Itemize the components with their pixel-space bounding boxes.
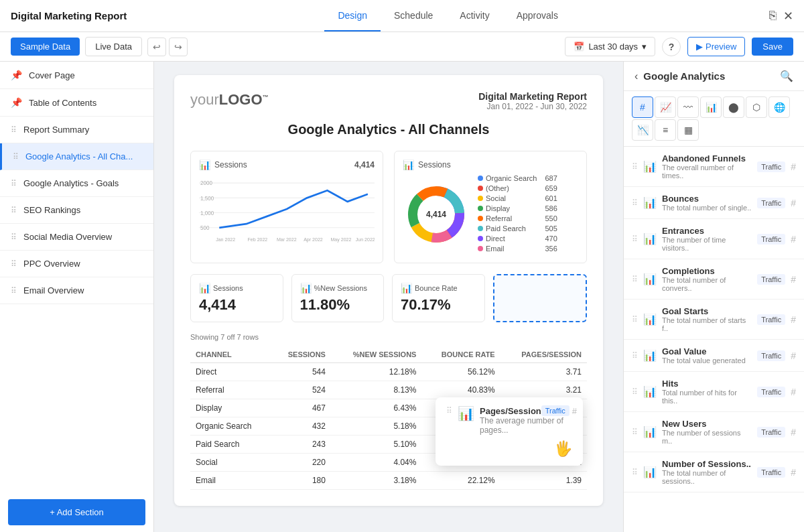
tooltip-hash-icon: # bbox=[572, 406, 577, 416]
metric-tag: Traffic bbox=[757, 387, 785, 397]
panel-title: Google Analytics bbox=[643, 70, 725, 82]
table-cell: Email bbox=[190, 472, 272, 490]
col-sessions: SESSIONS bbox=[272, 346, 331, 363]
sidebar-item-email-overview[interactable]: ⠿ Email Overview bbox=[0, 277, 153, 304]
pages-session-tooltip: ⠿ 📊 Pages/Session Traffic # The average … bbox=[436, 397, 583, 466]
table-cell: 22.12% bbox=[421, 472, 500, 490]
panel-search-button[interactable]: 🔍 bbox=[780, 70, 793, 82]
sidebar-item-google-analytics-all-channels[interactable]: ⠿ Google Analytics - All Cha... bbox=[0, 143, 153, 170]
metric-list: ⠿ 📊 Abandoned Funnels The overall number… bbox=[624, 147, 804, 492]
metric-info: Completions The total number of convers.… bbox=[662, 266, 752, 292]
metric-hash-icon[interactable]: # bbox=[791, 467, 796, 478]
line-chart: 2000 1,500 1,000 500 Jan 2022 Feb 2022 M… bbox=[199, 176, 375, 243]
metric-drag-icon: ⠿ bbox=[632, 162, 638, 172]
sidebar-item-social-media-overview[interactable]: ⠿ Social Media Overview bbox=[0, 224, 153, 251]
metric-hash-icon[interactable]: # bbox=[791, 161, 796, 172]
icon-bar-btn[interactable]: 📊 bbox=[700, 96, 722, 118]
icon-line-btn[interactable]: 📈 bbox=[655, 96, 676, 118]
metric-name: Completions bbox=[662, 266, 752, 276]
icon-wave-btn[interactable]: 〰 bbox=[677, 96, 699, 118]
svg-text:1,500: 1,500 bbox=[200, 194, 214, 201]
sidebar-item-google-analytics-goals[interactable]: ⠿ Google Analytics - Goals bbox=[0, 170, 153, 197]
hand-cursor-icon: 🖐 bbox=[446, 440, 572, 458]
live-data-button[interactable]: Live Data bbox=[85, 37, 142, 56]
preview-button[interactable]: ▶ Preview bbox=[687, 37, 745, 56]
metric-drag-icon: ⠿ bbox=[632, 468, 638, 477]
metric-hash-icon[interactable]: # bbox=[791, 427, 796, 438]
tooltip-chart-icon: 📊 bbox=[458, 405, 474, 421]
donut-chart-card: 📊 Sessions bbox=[394, 151, 587, 263]
panel-back-button[interactable]: ‹ bbox=[634, 70, 638, 82]
tooltip-title: Pages/Session bbox=[480, 406, 541, 416]
metric-chart-icon: 📊 bbox=[643, 232, 657, 245]
metric-description: The total number of starts f.. bbox=[662, 316, 752, 332]
line-chart-card: 📊 Sessions 4,414 bbox=[190, 151, 383, 263]
sidebar-item-report-summary[interactable]: ⠿ Report Summary bbox=[0, 117, 153, 143]
metric-hash-icon[interactable]: # bbox=[791, 350, 796, 361]
table-cell: 1.39 bbox=[500, 472, 587, 490]
metric-hash-icon[interactable]: # bbox=[791, 387, 796, 397]
metric-hash-icon[interactable]: # bbox=[791, 198, 796, 208]
icon-list-btn[interactable]: ≡ bbox=[655, 119, 676, 141]
drag-handle-icon: ⠿ bbox=[11, 179, 17, 188]
metric-chart-icon: 📊 bbox=[643, 160, 657, 173]
svg-text:Apr 2022: Apr 2022 bbox=[304, 236, 323, 242]
table-cell: Display bbox=[190, 399, 272, 417]
metric-item: ⠿ 📊 Bounces The total number of single..… bbox=[624, 187, 804, 219]
table-row: Direct54412.18%56.12%3.71 bbox=[190, 363, 587, 381]
close-button[interactable]: ✕ bbox=[783, 9, 793, 23]
stat-card-new-sessions: 📊%New Sessions 11.80% bbox=[291, 274, 385, 322]
table-cell: 5.18% bbox=[331, 417, 421, 436]
tab-activity[interactable]: Activity bbox=[446, 1, 503, 31]
icon-hex-btn[interactable]: ⬡ bbox=[746, 96, 767, 118]
icon-hash-btn[interactable]: # bbox=[632, 96, 653, 118]
tab-schedule[interactable]: Schedule bbox=[381, 1, 446, 31]
tab-design[interactable]: Design bbox=[324, 1, 381, 31]
svg-text:Mar 2022: Mar 2022 bbox=[277, 236, 297, 242]
tooltip-drag-icon: ⠿ bbox=[446, 406, 452, 415]
add-section-button[interactable]: + Add Section bbox=[8, 499, 145, 525]
metric-item: ⠿ 📊 Number of Sessions.. The total numbe… bbox=[624, 452, 804, 492]
col-new-sessions: %NEW SESSIONS bbox=[331, 346, 421, 363]
report-title-area: Digital Marketing Report Jan 01, 2022 - … bbox=[478, 91, 587, 111]
metric-drag-icon: ⠿ bbox=[632, 351, 638, 360]
metric-chart-icon: 📊 bbox=[643, 273, 657, 285]
sidebar-item-table-of-contents[interactable]: 📌 Table of Contents bbox=[0, 89, 153, 117]
metric-hash-icon[interactable]: # bbox=[791, 274, 796, 285]
metric-tag: Traffic bbox=[757, 467, 785, 478]
donut-chart-label: 📊 Sessions bbox=[403, 159, 578, 170]
sidebar-item-seo-rankings[interactable]: ⠿ SEO Rankings bbox=[0, 197, 153, 224]
metric-description: The number of time visitors.. bbox=[662, 236, 752, 252]
col-channel: CHANNEL bbox=[190, 346, 272, 363]
table-cell: 3.18% bbox=[331, 472, 421, 490]
metric-item: ⠿ 📊 Entrances The number of time visitor… bbox=[624, 219, 804, 259]
table-cell: 5.10% bbox=[331, 436, 421, 454]
icon-globe-btn[interactable]: 🌐 bbox=[768, 96, 790, 118]
undo-button[interactable]: ↩ bbox=[147, 38, 166, 56]
help-button[interactable]: ? bbox=[662, 38, 681, 56]
sidebar-item-cover-page[interactable]: 📌 Cover Page bbox=[0, 62, 153, 89]
sample-data-button[interactable]: Sample Data bbox=[11, 38, 80, 56]
icon-table-btn[interactable]: ▦ bbox=[677, 119, 699, 141]
metric-name: Goal Value bbox=[662, 346, 752, 356]
metric-name: Hits bbox=[662, 379, 752, 389]
share-button[interactable]: ⎘ bbox=[769, 9, 777, 23]
tooltip-description: The average number of pages... bbox=[480, 416, 577, 435]
icon-area-btn[interactable]: 📉 bbox=[632, 119, 653, 141]
table-cell: 6.43% bbox=[331, 399, 421, 417]
table-cell: 8.13% bbox=[331, 381, 421, 399]
metric-description: The total value generated bbox=[662, 356, 752, 364]
metric-tag: Traffic bbox=[757, 274, 785, 285]
date-range-button[interactable]: 📅 Last 30 days ▾ bbox=[565, 37, 655, 56]
logo-area: yourLOGO™ bbox=[190, 91, 269, 109]
save-button[interactable]: Save bbox=[752, 38, 793, 56]
table-row-info: Showing 7 off 7 rows bbox=[190, 333, 587, 341]
sidebar-item-ppc-overview[interactable]: ⠿ PPC Overview bbox=[0, 251, 153, 277]
tab-approvals[interactable]: Approvals bbox=[503, 1, 572, 31]
metric-hash-icon[interactable]: # bbox=[791, 314, 796, 325]
redo-button[interactable]: ↪ bbox=[169, 38, 188, 56]
icon-circle-btn[interactable]: ⬤ bbox=[723, 96, 744, 118]
report-header: yourLOGO™ Digital Marketing Report Jan 0… bbox=[190, 91, 587, 111]
metric-info: Number of Sessions.. The total number of… bbox=[662, 459, 752, 485]
metric-hash-icon[interactable]: # bbox=[791, 234, 796, 245]
